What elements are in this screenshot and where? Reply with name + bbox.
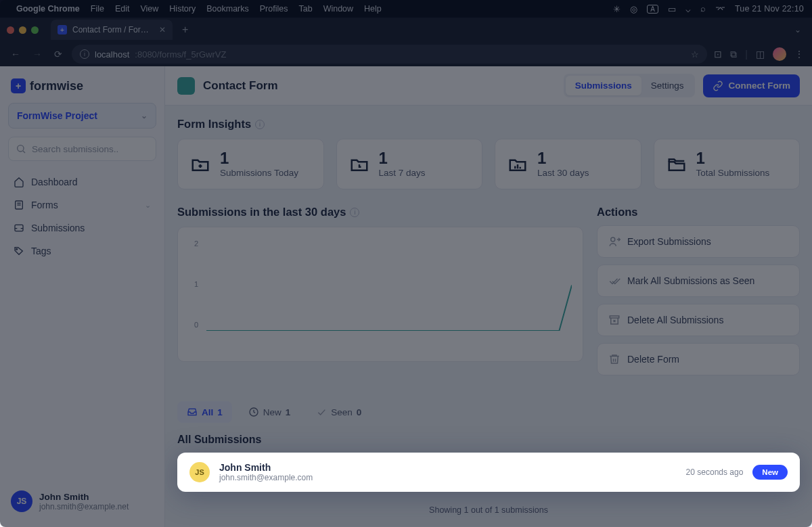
forward-button[interactable]: →: [30, 46, 45, 62]
menu-edit[interactable]: Edit: [115, 4, 130, 14]
submissions-heading: All Submissions: [177, 434, 800, 446]
metric-value: 1: [537, 150, 589, 166]
url-path: :8080/forms/f_5rGwrVZ: [135, 49, 226, 60]
camera-icon[interactable]: ⊡: [714, 49, 722, 60]
filter-label: All: [202, 407, 213, 417]
action-export[interactable]: Export Submissions: [597, 225, 800, 258]
action-delete-all[interactable]: Delete All Submissions: [597, 304, 800, 336]
tab-settings[interactable]: Settings: [641, 76, 694, 95]
metric-label: Submissions Today: [220, 168, 298, 178]
project-selector[interactable]: FormWise Project ⌄: [8, 103, 156, 129]
side-panel-icon[interactable]: ◫: [756, 49, 765, 60]
url-host: localhost: [95, 49, 129, 60]
macos-menubar: Google Chrome File Edit View History Boo…: [0, 0, 812, 18]
sidebar-user-chip[interactable]: JS John Smith john.smith@example.net: [8, 485, 156, 518]
filter-all[interactable]: All 1: [177, 401, 232, 423]
nav-submissions[interactable]: Submissions: [8, 216, 156, 239]
y-tick-1: 1: [194, 280, 198, 288]
connect-form-button[interactable]: Connect Form: [703, 74, 800, 97]
browser-chrome: + Contact Form / Forms / FormW… ✕ + ⌄ ← …: [0, 18, 812, 66]
submission-row[interactable]: JS John Smith john.smith@example.com 20 …: [177, 453, 800, 492]
connect-form-label: Connect Form: [728, 81, 790, 91]
extensions-icon[interactable]: ⧉: [730, 49, 737, 60]
actions-heading: Actions: [597, 206, 800, 219]
main-content: Contact Form Submissions Settings Connec…: [165, 66, 812, 527]
profile-avatar-icon[interactable]: [773, 47, 786, 61]
nav-submissions-label: Submissions: [31, 223, 85, 233]
maximize-window-icon[interactable]: [31, 26, 39, 34]
menu-view[interactable]: View: [140, 4, 158, 14]
tab-title: Contact Form / Forms / FormW…: [72, 25, 154, 35]
info-icon[interactable]: i: [255, 120, 265, 129]
metric-label: Total Submissions: [696, 168, 770, 178]
trash-icon: [608, 353, 621, 365]
home-icon: [14, 177, 24, 187]
clock[interactable]: Tue 21 Nov 22:10: [735, 4, 804, 14]
menu-profiles[interactable]: Profiles: [260, 4, 288, 14]
tab-favicon: +: [58, 25, 67, 35]
tab-submissions[interactable]: Submissions: [566, 76, 641, 95]
check-all-icon: [608, 275, 621, 287]
inbox-icon: [187, 407, 198, 417]
wifi-icon[interactable]: ⌵: [685, 4, 691, 14]
menu-window[interactable]: Window: [323, 4, 353, 14]
submission-email: john.smith@example.com: [219, 473, 313, 482]
nav-dashboard[interactable]: Dashboard: [8, 170, 156, 193]
metric-label: Last 30 days: [537, 168, 589, 178]
language-badge[interactable]: A: [647, 5, 658, 14]
filter-count: 1: [217, 407, 223, 417]
menu-bookmarks[interactable]: Bookmarks: [206, 4, 249, 14]
bluetooth-icon[interactable]: ✳︎: [613, 4, 621, 14]
window-controls[interactable]: [7, 26, 39, 34]
menubar-app-name[interactable]: Google Chrome: [16, 4, 80, 14]
app-root: + formwise FormWise Project ⌄ Search sub…: [0, 66, 812, 527]
close-tab-icon[interactable]: ✕: [159, 25, 166, 35]
chart-heading: Submissions in the last 30 days i: [177, 206, 583, 219]
svg-rect-46: [610, 316, 619, 318]
minimize-window-icon[interactable]: [19, 26, 26, 34]
clock-icon: [248, 407, 259, 417]
user-account-icon[interactable]: ◎: [630, 4, 637, 14]
kebab-menu-icon[interactable]: ⋮: [794, 49, 804, 60]
export-icon: [608, 235, 621, 248]
metric-value: 1: [379, 150, 426, 166]
address-bar[interactable]: i localhost:8080/forms/f_5rGwrVZ ☆: [72, 45, 707, 64]
nav-dashboard-label: Dashboard: [31, 177, 78, 187]
filter-new[interactable]: New 1: [239, 401, 300, 423]
pagination-summary: Showing 1 out of 1 submissions: [177, 505, 800, 515]
control-center-icon[interactable]: ⌤: [715, 4, 725, 14]
action-delete-form[interactable]: Delete Form: [597, 343, 800, 375]
search-input[interactable]: Search submissions..: [8, 137, 156, 161]
info-icon[interactable]: i: [350, 208, 359, 217]
y-tick-2: 2: [194, 239, 198, 248]
menu-help[interactable]: Help: [364, 4, 382, 14]
browser-tab[interactable]: + Contact Form / Forms / FormW… ✕: [51, 20, 173, 40]
battery-icon[interactable]: ▭: [668, 4, 676, 14]
menu-file[interactable]: File: [91, 4, 104, 14]
y-tick-0: 0: [194, 321, 198, 329]
svg-line-1: [23, 151, 25, 153]
tab-list-button[interactable]: ⌄: [790, 25, 805, 35]
folder-plus-icon: [190, 154, 210, 175]
menu-tab[interactable]: Tab: [298, 4, 312, 14]
search-placeholder: Search submissions..: [32, 144, 118, 154]
form-color-swatch: [177, 77, 195, 95]
site-info-icon[interactable]: i: [80, 49, 89, 59]
metric-total: 1Total Submissions: [654, 139, 800, 189]
inbox-icon: [14, 223, 24, 233]
menu-history[interactable]: History: [169, 4, 196, 14]
new-tab-button[interactable]: +: [178, 24, 192, 36]
action-mark-seen[interactable]: Mark All Submissions as Seen: [597, 265, 800, 297]
reload-button[interactable]: ⟳: [51, 46, 65, 62]
back-button[interactable]: ←: [8, 46, 23, 62]
filter-seen[interactable]: Seen 0: [307, 401, 371, 423]
nav-tags[interactable]: Tags: [8, 239, 156, 262]
search-icon: [16, 143, 26, 154]
spotlight-icon[interactable]: ⌕: [700, 4, 706, 14]
close-window-icon[interactable]: [7, 26, 14, 34]
svg-point-44: [611, 237, 615, 242]
nav-forms[interactable]: Forms ⌄: [8, 193, 156, 216]
bookmark-icon[interactable]: ☆: [691, 49, 699, 60]
metric-7days: 1Last 7 days: [336, 139, 483, 189]
app-logo[interactable]: + formwise: [11, 78, 154, 93]
